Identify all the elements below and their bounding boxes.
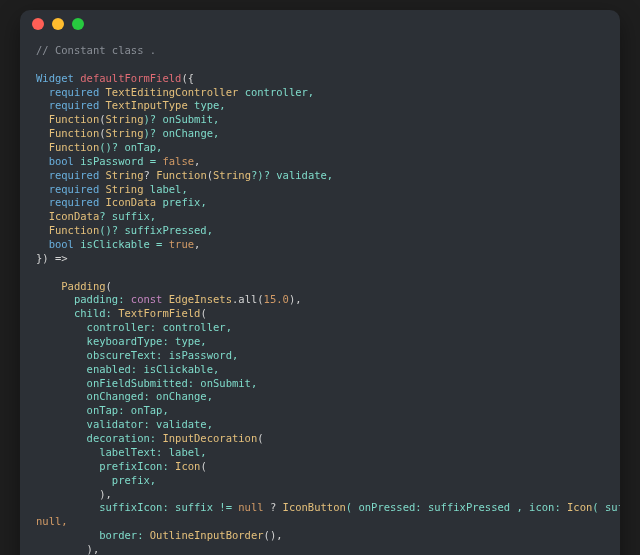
code-token: true [169, 238, 194, 250]
code-token: required [36, 86, 106, 98]
code-token: ( [257, 432, 263, 444]
code-token: ()? suffixPressed, [99, 224, 213, 236]
code-token: controller: controller, [36, 321, 232, 333]
code-token: OutlineInputBorder [150, 529, 264, 541]
code-token: null, [36, 515, 68, 527]
code-token: Function [36, 141, 99, 153]
code-token: bool [36, 155, 74, 167]
code-token: Icon [567, 501, 592, 513]
code-token: onFieldSubmitted: onSubmit, [36, 377, 257, 389]
code-token: onTap: onTap, [36, 404, 169, 416]
code-token: ? [264, 501, 283, 513]
code-token: InputDecoration [162, 432, 257, 444]
code-token: const [131, 293, 169, 305]
code-token: ), [36, 543, 99, 555]
code-token: IconButton [283, 501, 346, 513]
code-token: Icon [175, 460, 200, 472]
code-token: Function [36, 127, 99, 139]
code-token: label, [143, 183, 187, 195]
code-token: ? [143, 169, 156, 181]
editor-window: // Constant class . Widget defaultFormFi… [20, 10, 620, 555]
code-token: ()? onTap, [99, 141, 162, 153]
code-token: labelText: label, [36, 446, 207, 458]
code-token: , [194, 155, 200, 167]
code-token: keyboardType: type, [36, 335, 207, 347]
code-token: String [213, 169, 251, 181]
titlebar [20, 10, 620, 38]
code-token: ({ [181, 72, 194, 84]
code-token: String [106, 127, 144, 139]
code-token: ), [289, 293, 302, 305]
code-token: ( [106, 280, 112, 292]
code-token: required [36, 196, 106, 208]
code-token: TextEditingController [106, 86, 239, 98]
code-token: prefix, [156, 196, 207, 208]
zoom-icon[interactable] [72, 18, 84, 30]
code-token: .all( [232, 293, 264, 305]
code-token: , [194, 238, 200, 250]
code-token: String [106, 169, 144, 181]
code-token: Function [36, 113, 99, 125]
code-token: }) => [36, 252, 68, 264]
code-token: child: [36, 307, 118, 319]
code-token: TextFormField [118, 307, 200, 319]
code-token: Padding [36, 280, 106, 292]
code-token: isClickable = [74, 238, 169, 250]
code-token: validator: validate, [36, 418, 213, 430]
code-token: ), [36, 488, 112, 500]
code-token: ( suffix,),) : [592, 501, 620, 513]
code-token: suffixIcon: suffix != [36, 501, 238, 513]
code-token: decoration: [36, 432, 162, 444]
code-token: (), [264, 529, 283, 541]
code-token: ?)? validate, [251, 169, 333, 181]
code-line: // Constant class . [36, 44, 156, 56]
code-area[interactable]: // Constant class . Widget defaultFormFi… [20, 38, 620, 555]
code-token: Function [36, 224, 99, 236]
code-token: bool [36, 238, 74, 250]
code-token: ( [200, 460, 206, 472]
close-icon[interactable] [32, 18, 44, 30]
code-token: )? onSubmit, [143, 113, 219, 125]
code-token: obscureText: isPassword, [36, 349, 238, 361]
code-token: String [106, 113, 144, 125]
code-token: TextInputType [106, 99, 188, 111]
code-token: Function [156, 169, 207, 181]
code-token: Widget [36, 72, 74, 84]
code-token: required [36, 183, 106, 195]
code-token: prefix, [36, 474, 156, 486]
code-token: null [238, 501, 263, 513]
code-token: padding: [36, 293, 131, 305]
code-token: ( onPressed: suffixPressed , icon: [346, 501, 567, 513]
code-token: required [36, 169, 106, 181]
code-token: false [162, 155, 194, 167]
code-token: defaultFormField [74, 72, 181, 84]
code-token: ? suffix, [99, 210, 156, 222]
code-token: enabled: isClickable, [36, 363, 219, 375]
code-token: )? onChange, [143, 127, 219, 139]
code-token: border: [36, 529, 150, 541]
code-token: IconData [36, 210, 99, 222]
minimize-icon[interactable] [52, 18, 64, 30]
code-token: onChanged: onChange, [36, 390, 213, 402]
code-token: String [106, 183, 144, 195]
code-token: isPassword = [74, 155, 163, 167]
code-token: type, [188, 99, 226, 111]
code-token: EdgeInsets [169, 293, 232, 305]
code-token: prefixIcon: [36, 460, 175, 472]
code-token: IconData [106, 196, 157, 208]
code-token: ( [200, 307, 206, 319]
code-token: 15.0 [264, 293, 289, 305]
code-token: required [36, 99, 106, 111]
code-token: controller, [238, 86, 314, 98]
